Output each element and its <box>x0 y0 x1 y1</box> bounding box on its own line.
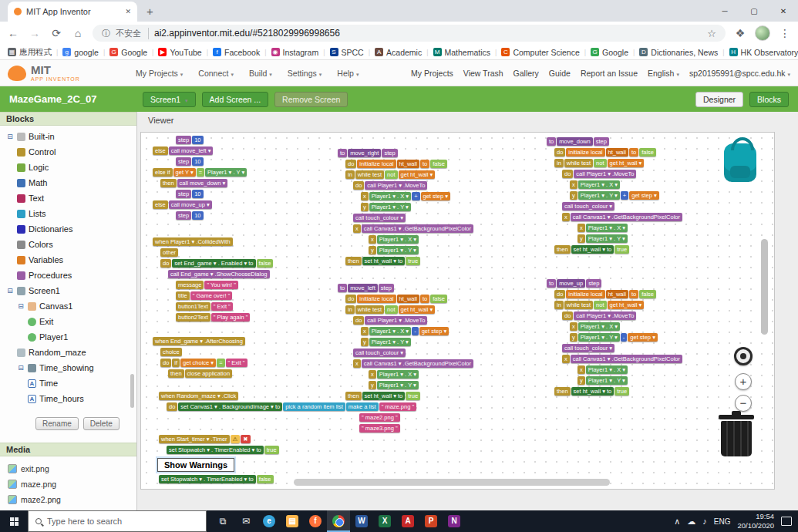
block[interactable]: do <box>353 316 364 325</box>
tree-toggle-icon[interactable]: ⊟ <box>6 287 14 295</box>
block[interactable]: y <box>570 333 577 342</box>
block[interactable]: else <box>153 146 168 155</box>
profile-avatar[interactable] <box>755 25 770 41</box>
taskbar-word-icon[interactable]: W <box>350 510 373 532</box>
block[interactable]: Player1 ▾ . Y ▾ <box>377 381 419 389</box>
block-group-step-ifelse[interactable]: step10elsecall move_left ▾step10else ifg… <box>153 136 247 222</box>
block[interactable]: other <box>160 248 178 257</box>
taskbar-excel-icon[interactable]: X <box>373 510 396 532</box>
block[interactable]: true <box>406 392 420 400</box>
block[interactable]: x <box>361 192 369 200</box>
taskbar-powerpoint-icon[interactable]: P <box>419 510 443 532</box>
bookmark-hk-observatory[interactable]: HHK Observatory <box>729 48 798 57</box>
block[interactable]: step <box>586 279 601 288</box>
block[interactable]: " maze.png " <box>379 402 416 411</box>
block[interactable]: button2Text <box>176 313 210 322</box>
block[interactable]: initialize local <box>566 148 604 157</box>
bookmark-facebook[interactable]: fFacebook <box>213 48 260 57</box>
block[interactable]: y <box>369 381 376 389</box>
block[interactable]: x <box>577 365 585 374</box>
site-info-icon[interactable]: ⓘ <box>102 28 110 39</box>
block[interactable]: set ht_wall ▾ to <box>362 392 406 400</box>
home-button[interactable]: ⌂ <box>71 27 85 39</box>
block[interactable]: 10 <box>192 190 203 198</box>
block[interactable]: Player1 ▾ . Y ▾ <box>369 338 411 346</box>
block[interactable]: y <box>577 234 585 243</box>
block[interactable]: y <box>570 191 577 200</box>
block[interactable]: else <box>153 200 168 209</box>
tree-item-math[interactable]: Math <box>3 175 136 190</box>
block[interactable]: pick a random item list <box>283 402 345 411</box>
block[interactable]: false <box>257 475 274 483</box>
add-screen-button[interactable]: Add Screen ... <box>202 92 269 107</box>
browser-tab[interactable]: MIT App Inventor ✕ <box>8 2 137 22</box>
error-badge-icon[interactable]: ✖ <box>241 435 250 443</box>
block[interactable]: do <box>167 402 177 411</box>
designer-toggle-button[interactable]: Designer <box>695 92 743 107</box>
taskbar-mail-icon[interactable]: ✉ <box>234 510 258 532</box>
block[interactable]: ht_wall <box>397 160 419 168</box>
nav-link-view-trash[interactable]: View Trash <box>463 69 503 78</box>
block[interactable]: then <box>554 387 571 396</box>
tree-item-time-showing[interactable]: ⊟Time_showing <box>3 360 136 375</box>
block[interactable]: Player1 ▾ . X ▾ <box>586 365 628 374</box>
block[interactable]: to <box>547 279 556 288</box>
block[interactable]: not <box>594 159 606 167</box>
menu-my-projects[interactable]: My Projects▾ <box>136 69 183 78</box>
block[interactable]: move_up <box>557 279 585 288</box>
block[interactable]: true <box>406 257 420 265</box>
taskbar-file-explorer-icon[interactable]: ▤ <box>281 510 304 532</box>
block[interactable]: initialize local <box>357 295 396 303</box>
block[interactable]: in <box>345 170 355 179</box>
block[interactable]: call Canvas1 ▾ .GetBackgroundPixelColor <box>362 224 473 233</box>
block[interactable]: call End_game ▾ .ShowChooseDialog <box>168 270 270 278</box>
palette-scrollbar[interactable] <box>130 374 134 408</box>
block[interactable]: 10 <box>192 136 203 144</box>
block[interactable]: Player1 ▾ . X ▾ <box>369 192 411 200</box>
block[interactable]: + <box>412 192 419 200</box>
volume-icon[interactable]: ♪ <box>702 517 707 526</box>
block[interactable]: initialize local <box>566 290 604 298</box>
trash-icon[interactable] <box>721 421 752 456</box>
tree-item-player1[interactable]: Player1 <box>3 329 136 345</box>
block[interactable]: x <box>570 180 577 189</box>
block[interactable]: get Y ▾ <box>173 168 196 177</box>
block[interactable]: x <box>353 224 361 233</box>
block[interactable]: x <box>369 235 376 244</box>
block[interactable]: get ht_wall ▾ <box>608 159 645 167</box>
menu-settings[interactable]: Settings▾ <box>288 69 322 78</box>
bookmark-instagram[interactable]: ◉Instagram <box>271 48 319 57</box>
block[interactable]: do <box>160 359 171 367</box>
block[interactable]: step <box>382 149 397 157</box>
block[interactable]: do <box>353 181 364 190</box>
blocks-canvas[interactable]: Show Warnings + − step10elsecall move_le… <box>140 132 775 490</box>
block[interactable]: to <box>629 148 638 157</box>
canvas-vertical-scrollbar[interactable] <box>761 239 768 335</box>
onedrive-icon[interactable]: ☁ <box>687 517 695 527</box>
block[interactable]: ht_wall <box>606 290 628 298</box>
block[interactable]: Player1 ▾ . Y ▾ <box>586 234 628 243</box>
block[interactable]: step <box>594 137 609 146</box>
block[interactable]: false <box>430 295 447 303</box>
nav-link-gallery[interactable]: Gallery <box>513 69 539 78</box>
nav-link-guide[interactable]: Guide <box>549 69 571 78</box>
block[interactable]: x <box>369 370 376 379</box>
block[interactable]: get ht_wall ▾ <box>608 301 645 309</box>
block[interactable]: get step ▾ <box>629 191 659 200</box>
block[interactable]: call move_left ▾ <box>169 146 214 155</box>
block[interactable]: false <box>639 148 656 157</box>
block[interactable]: Player1 ▾ . Y ▾ <box>578 191 620 200</box>
block[interactable]: then <box>168 369 184 378</box>
window-minimize-button[interactable]: ─ <box>710 7 739 15</box>
block[interactable]: set ht_wall ▾ to <box>571 245 614 254</box>
block[interactable]: do <box>345 160 356 168</box>
media-item-maze2-png[interactable]: maze2.png <box>8 492 136 507</box>
back-button[interactable]: ← <box>6 27 20 39</box>
account-menu[interactable]: sp20195991@spcc.edu.hk▾ <box>689 69 790 78</box>
block[interactable]: while test <box>564 301 593 309</box>
block[interactable]: in <box>345 305 355 314</box>
block[interactable]: " Play again " <box>211 313 251 322</box>
block[interactable]: call Player1 ▾ .MoveTo <box>574 170 636 178</box>
block[interactable]: initialize local <box>357 160 396 168</box>
block[interactable]: to <box>338 284 347 292</box>
